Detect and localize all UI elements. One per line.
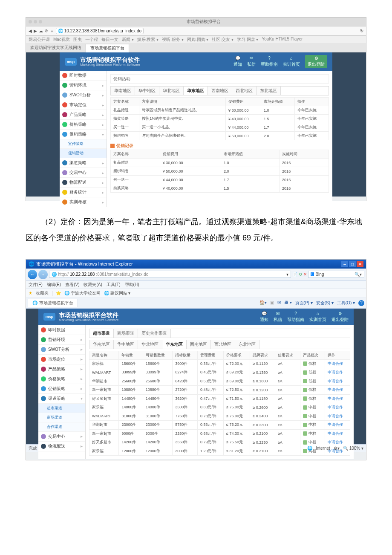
- sidebar-item[interactable]: 产品策略▸: [60, 110, 107, 120]
- sidebar-item[interactable]: 渠道策略▸: [60, 158, 107, 168]
- region-tab[interactable]: 西南地区: [187, 340, 211, 349]
- menu-item[interactable]: 文件(F): [29, 282, 43, 288]
- forward-button[interactable]: →: [38, 270, 48, 279]
- sidebar-item[interactable]: 渠道策略▾: [38, 394, 85, 404]
- message-button[interactable]: 💬通知: [260, 311, 268, 323]
- bookmark-item[interactable]: YouKu HTML5 Player: [262, 37, 303, 43]
- region-tab[interactable]: 西北地区: [211, 340, 235, 349]
- sidebar-item[interactable]: 即时数据: [60, 71, 107, 81]
- apply-link[interactable]: 申请合作: [328, 414, 343, 418]
- bookmark-item[interactable]: 娱乐.搜索 ▾: [137, 37, 159, 43]
- add-tab-icon[interactable]: ＋: [50, 28, 54, 34]
- refresh-icon[interactable]: ↻: [299, 272, 302, 277]
- min-dot[interactable]: [34, 20, 37, 23]
- bookmark-item[interactable]: 网易公开课: [29, 37, 50, 43]
- bookmark-item[interactable]: 图虫: [73, 37, 82, 43]
- bookmark-item[interactable]: 一个程: [85, 37, 98, 43]
- mail-icon[interactable]: ✉: [277, 300, 281, 306]
- sidebar-item[interactable]: 财务统计▸: [60, 188, 107, 197]
- toolbar-menu[interactable]: 安全(S) ▾: [316, 300, 334, 306]
- home-icon[interactable]: 🏠▾: [259, 300, 267, 306]
- sidebar-item[interactable]: 营销环境▸: [60, 81, 107, 90]
- sidebar-item[interactable]: 商场渠道: [38, 413, 85, 422]
- forward-button[interactable]: ▶: [34, 29, 37, 33]
- region-tab[interactable]: 华中地区: [135, 87, 159, 95]
- menu-item[interactable]: 查看(V): [65, 282, 79, 288]
- channel-tab[interactable]: 商场渠道: [114, 329, 138, 338]
- apply-link[interactable]: 申请合作: [328, 422, 343, 427]
- apply-link[interactable]: 申请合作: [328, 405, 343, 409]
- page-tab[interactable]: 欢迎访问宁波大学无线网络: [26, 44, 86, 52]
- menu-item[interactable]: 收藏夹(A): [84, 282, 102, 288]
- sidebar-item[interactable]: SWOT分析▸: [60, 90, 107, 100]
- gear-button[interactable]: ⚙退出登陆: [331, 311, 349, 323]
- close-button[interactable]: ✕: [357, 261, 363, 267]
- toolbar-menu[interactable]: 工具(O) ▾: [337, 300, 355, 306]
- region-tab[interactable]: 东北地区: [257, 87, 281, 95]
- region-tab[interactable]: 西北地区: [232, 87, 257, 95]
- bookmark-item[interactable]: 视听.服务 ▾: [162, 37, 184, 43]
- bookmark-item[interactable]: 网购.团购 ▾: [187, 37, 209, 43]
- sidebar-item[interactable]: 市场定位▸: [60, 100, 107, 110]
- protected-mode-icon[interactable]: ⚙▾: [334, 446, 340, 451]
- bookmark-item[interactable]: Mac视觉: [53, 37, 70, 43]
- zoom-label[interactable]: 🔍 100% ▾: [343, 446, 363, 451]
- favorites-label[interactable]: 收藏夹: [36, 290, 49, 296]
- channel-tab[interactable]: 超市渠道: [89, 329, 114, 338]
- menu-item[interactable]: 工具(T): [107, 282, 121, 288]
- sidebar-item[interactable]: 市场定位▸: [38, 355, 85, 364]
- sidebar-item[interactable]: 交易中心▸: [60, 168, 107, 178]
- gear-button[interactable]: ⚙退出登陆: [305, 55, 327, 68]
- sidebar-item[interactable]: SWOT分析▸: [38, 345, 85, 355]
- minimize-button[interactable]: –: [341, 261, 348, 267]
- sidebar-item[interactable]: 实训考核▸: [60, 197, 107, 207]
- print-icon[interactable]: 🖶 ▾: [284, 300, 292, 306]
- region-tab[interactable]: 东北地区: [235, 340, 259, 349]
- message-button[interactable]: 💬通知: [233, 56, 242, 67]
- favorite-link[interactable]: 🌐 建议网站 ▾: [104, 290, 131, 296]
- menu-item[interactable]: 编辑(E): [47, 282, 61, 288]
- home-button[interactable]: ⌂实训首页: [309, 311, 326, 323]
- toolbar-menu[interactable]: 页面(P) ▾: [295, 300, 313, 306]
- apply-link[interactable]: 申请合作: [328, 431, 343, 436]
- refresh-icon[interactable]: ↻: [360, 29, 363, 33]
- compat-icon[interactable]: 📄: [292, 272, 297, 277]
- region-tab[interactable]: 西南地区: [208, 87, 232, 95]
- bookmark-item[interactable]: 每日一文: [101, 37, 118, 43]
- menu-item[interactable]: 帮助(H): [125, 282, 139, 288]
- address-bar[interactable]: 🌐 10.22.32.188:8081/xmarket/stu_index.do: [56, 28, 144, 34]
- max-dot[interactable]: [39, 20, 42, 23]
- apply-link[interactable]: 申请合作: [328, 440, 343, 444]
- feed-icon[interactable]: ▣: [270, 300, 274, 306]
- favorite-link[interactable]: 🌐 宁波大学校友网: [64, 290, 101, 296]
- region-tab[interactable]: 华南地区: [111, 87, 135, 95]
- sidebar-item[interactable]: 物流配送▸: [60, 178, 107, 188]
- bookmark-item[interactable]: 新闻 ▾: [122, 37, 134, 43]
- maximize-button[interactable]: □: [349, 261, 356, 267]
- close-dot[interactable]: [29, 20, 32, 23]
- sidebar-item[interactable]: 促销策略▸: [38, 384, 85, 394]
- help-button[interactable]: ?帮助指南: [287, 311, 304, 323]
- star-icon[interactable]: ★: [29, 291, 32, 295]
- sidebar-item[interactable]: 促销策略▾: [60, 130, 107, 139]
- sidebar-item[interactable]: 即时数据: [38, 325, 85, 335]
- sidebar-item[interactable]: 营销环境▸: [38, 335, 85, 345]
- sidebar-item[interactable]: 价格策略▸: [38, 374, 85, 384]
- page-tab[interactable]: 市场营销模拟平台: [86, 44, 129, 52]
- back-button[interactable]: ←: [28, 270, 37, 279]
- region-tab[interactable]: 华中地区: [114, 340, 138, 349]
- apply-link[interactable]: 申请合作: [328, 396, 343, 401]
- mail-button[interactable]: ✉私信: [247, 56, 256, 67]
- apply-link[interactable]: 申请合作: [328, 370, 343, 374]
- region-tab[interactable]: 华东地区: [162, 340, 187, 349]
- reload-icon[interactable]: ⟳: [45, 29, 48, 33]
- bookmark-item[interactable]: 社区.交友 ▾: [212, 37, 233, 43]
- region-tab[interactable]: 华北地区: [159, 87, 184, 95]
- bookmark-item[interactable]: 学习.网盘 ▾: [237, 37, 259, 43]
- cloud-icon[interactable]: ☁: [39, 29, 43, 33]
- stop-icon[interactable]: ✕: [303, 272, 307, 277]
- sidebar-item[interactable]: 交易中心▸: [38, 432, 85, 442]
- address-bar[interactable]: 🌐 http://10.22.32.188:8081/xmarket/stu_i…: [49, 271, 291, 278]
- sidebar-item[interactable]: 超市渠道: [38, 404, 85, 413]
- apply-link[interactable]: 申请合作: [328, 361, 343, 366]
